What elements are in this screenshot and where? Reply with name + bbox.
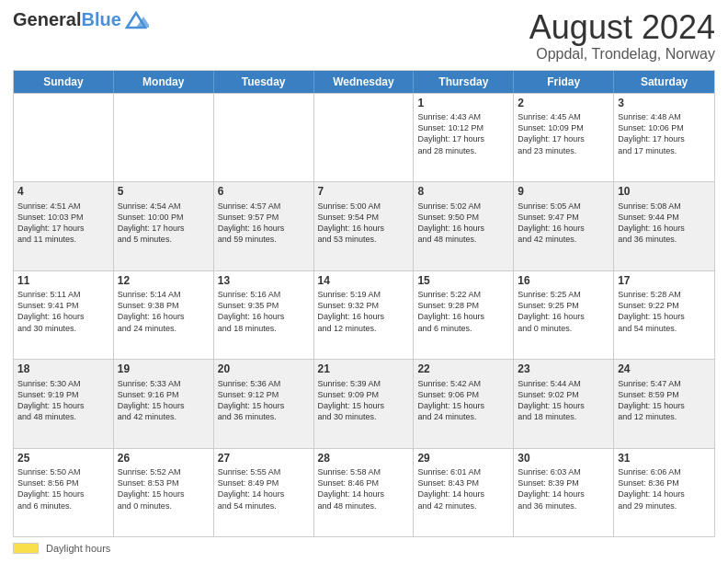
- day-cell-20: 20Sunrise: 5:36 AMSunset: 9:12 PMDayligh…: [214, 360, 314, 447]
- day-info: Sunrise: 5:05 AMSunset: 9:47 PMDaylight:…: [518, 201, 609, 246]
- calendar-body: 1Sunrise: 4:43 AMSunset: 10:12 PMDayligh…: [14, 93, 714, 536]
- day-cell-6: 6Sunrise: 4:57 AMSunset: 9:57 PMDaylight…: [214, 182, 314, 270]
- day-info: Sunrise: 5:16 AMSunset: 9:35 PMDaylight:…: [218, 289, 310, 334]
- day-number: 28: [318, 452, 410, 466]
- day-number: 5: [118, 185, 210, 200]
- calendar-row-2: 4Sunrise: 4:51 AMSunset: 10:03 PMDayligh…: [14, 181, 714, 270]
- main-title: August 2024: [529, 9, 715, 46]
- day-cell-14: 14Sunrise: 5:19 AMSunset: 9:32 PMDayligh…: [314, 271, 415, 359]
- day-info: Sunrise: 5:28 AMSunset: 9:22 PMDaylight:…: [618, 289, 711, 334]
- day-cell-5: 5Sunrise: 4:54 AMSunset: 10:00 PMDayligh…: [114, 182, 214, 270]
- header: GeneralBlue August 2024 Oppdal, Trondela…: [13, 9, 715, 63]
- day-info: Sunrise: 5:08 AMSunset: 9:44 PMDaylight:…: [618, 201, 711, 246]
- header-day-friday: Friday: [514, 71, 614, 93]
- day-cell-17: 17Sunrise: 5:28 AMSunset: 9:22 PMDayligh…: [614, 271, 714, 359]
- day-number: 7: [318, 185, 410, 200]
- day-number: 18: [17, 362, 109, 377]
- calendar-row-5: 25Sunrise: 5:50 AMSunset: 8:56 PMDayligh…: [14, 448, 714, 536]
- header-day-sunday: Sunday: [14, 71, 114, 93]
- day-info: Sunrise: 5:50 AMSunset: 8:56 PMDaylight:…: [17, 466, 109, 511]
- day-info: Sunrise: 4:45 AMSunset: 10:09 PMDaylight…: [518, 111, 609, 156]
- day-cell-29: 29Sunrise: 6:01 AMSunset: 8:43 PMDayligh…: [414, 449, 514, 536]
- day-info: Sunrise: 5:22 AMSunset: 9:28 PMDaylight:…: [417, 289, 509, 334]
- calendar-header: SundayMondayTuesdayWednesdayThursdayFrid…: [14, 71, 714, 93]
- day-info: Sunrise: 4:43 AMSunset: 10:12 PMDaylight…: [417, 111, 509, 156]
- day-cell-2: 2Sunrise: 4:45 AMSunset: 10:09 PMDayligh…: [514, 94, 614, 181]
- day-number: 26: [118, 452, 210, 466]
- day-number: 14: [318, 274, 410, 289]
- empty-cell: [114, 94, 214, 181]
- header-day-wednesday: Wednesday: [314, 71, 415, 93]
- day-cell-30: 30Sunrise: 6:03 AMSunset: 8:39 PMDayligh…: [514, 449, 614, 536]
- day-cell-7: 7Sunrise: 5:00 AMSunset: 9:54 PMDaylight…: [314, 182, 415, 270]
- day-number: 1: [417, 97, 509, 111]
- day-number: 19: [118, 362, 210, 377]
- day-info: Sunrise: 5:52 AMSunset: 8:53 PMDaylight:…: [118, 466, 210, 511]
- day-number: 11: [17, 274, 109, 289]
- day-number: 24: [618, 362, 711, 377]
- header-day-monday: Monday: [114, 71, 214, 93]
- day-number: 21: [318, 362, 410, 377]
- day-cell-21: 21Sunrise: 5:39 AMSunset: 9:09 PMDayligh…: [314, 360, 415, 447]
- day-info: Sunrise: 4:48 AMSunset: 10:06 PMDaylight…: [618, 111, 711, 156]
- day-cell-13: 13Sunrise: 5:16 AMSunset: 9:35 PMDayligh…: [214, 271, 314, 359]
- logo-general: GeneralBlue: [13, 9, 121, 30]
- day-number: 9: [518, 185, 609, 200]
- day-number: 30: [518, 452, 609, 466]
- svg-marker-1: [136, 17, 149, 28]
- day-info: Sunrise: 5:02 AMSunset: 9:50 PMDaylight:…: [417, 201, 509, 246]
- day-cell-8: 8Sunrise: 5:02 AMSunset: 9:50 PMDaylight…: [414, 182, 514, 270]
- day-info: Sunrise: 4:51 AMSunset: 10:03 PMDaylight…: [17, 201, 109, 246]
- day-cell-15: 15Sunrise: 5:22 AMSunset: 9:28 PMDayligh…: [414, 271, 514, 359]
- day-info: Sunrise: 6:03 AMSunset: 8:39 PMDaylight:…: [518, 466, 609, 511]
- day-number: 22: [417, 362, 509, 377]
- daylight-label: Daylight hours: [46, 543, 110, 554]
- day-number: 6: [218, 185, 310, 200]
- day-number: 2: [518, 97, 609, 111]
- day-cell-23: 23Sunrise: 5:44 AMSunset: 9:02 PMDayligh…: [514, 360, 614, 447]
- day-number: 10: [618, 185, 711, 200]
- day-number: 8: [417, 185, 509, 200]
- day-cell-28: 28Sunrise: 5:58 AMSunset: 8:46 PMDayligh…: [314, 449, 415, 536]
- day-info: Sunrise: 5:47 AMSunset: 8:59 PMDaylight:…: [618, 378, 711, 423]
- day-number: 27: [218, 452, 310, 466]
- day-info: Sunrise: 5:44 AMSunset: 9:02 PMDaylight:…: [518, 378, 609, 423]
- subtitle: Oppdal, Trondelag, Norway: [529, 46, 715, 63]
- day-cell-4: 4Sunrise: 4:51 AMSunset: 10:03 PMDayligh…: [14, 182, 114, 270]
- day-number: 29: [417, 452, 509, 466]
- day-cell-10: 10Sunrise: 5:08 AMSunset: 9:44 PMDayligh…: [614, 182, 714, 270]
- day-number: 4: [17, 185, 109, 200]
- title-block: August 2024 Oppdal, Trondelag, Norway: [529, 9, 715, 63]
- day-info: Sunrise: 6:01 AMSunset: 8:43 PMDaylight:…: [417, 466, 509, 511]
- day-number: 20: [218, 362, 310, 377]
- day-cell-3: 3Sunrise: 4:48 AMSunset: 10:06 PMDayligh…: [614, 94, 714, 181]
- day-cell-31: 31Sunrise: 6:06 AMSunset: 8:36 PMDayligh…: [614, 449, 714, 536]
- day-info: Sunrise: 4:54 AMSunset: 10:00 PMDaylight…: [118, 201, 210, 246]
- day-number: 16: [518, 274, 609, 289]
- day-cell-26: 26Sunrise: 5:52 AMSunset: 8:53 PMDayligh…: [114, 449, 214, 536]
- daylight-swatch: [13, 543, 39, 554]
- footer: Daylight hours: [13, 537, 715, 554]
- calendar-row-3: 11Sunrise: 5:11 AMSunset: 9:41 PMDayligh…: [14, 270, 714, 359]
- header-day-tuesday: Tuesday: [214, 71, 314, 93]
- day-cell-25: 25Sunrise: 5:50 AMSunset: 8:56 PMDayligh…: [14, 449, 114, 536]
- day-number: 15: [417, 274, 509, 289]
- page: GeneralBlue August 2024 Oppdal, Trondela…: [0, 0, 728, 563]
- day-info: Sunrise: 5:33 AMSunset: 9:16 PMDaylight:…: [118, 378, 210, 423]
- day-number: 3: [618, 97, 711, 111]
- day-info: Sunrise: 5:30 AMSunset: 9:19 PMDaylight:…: [17, 378, 109, 423]
- day-info: Sunrise: 5:25 AMSunset: 9:25 PMDaylight:…: [518, 289, 609, 334]
- day-cell-1: 1Sunrise: 4:43 AMSunset: 10:12 PMDayligh…: [414, 94, 514, 181]
- day-info: Sunrise: 5:00 AMSunset: 9:54 PMDaylight:…: [318, 201, 410, 246]
- day-cell-12: 12Sunrise: 5:14 AMSunset: 9:38 PMDayligh…: [114, 271, 214, 359]
- day-cell-16: 16Sunrise: 5:25 AMSunset: 9:25 PMDayligh…: [514, 271, 614, 359]
- day-info: Sunrise: 5:39 AMSunset: 9:09 PMDaylight:…: [318, 378, 410, 423]
- day-number: 31: [618, 452, 711, 466]
- header-day-thursday: Thursday: [414, 71, 514, 93]
- empty-cell: [214, 94, 314, 181]
- day-number: 17: [618, 274, 711, 289]
- day-info: Sunrise: 5:11 AMSunset: 9:41 PMDaylight:…: [17, 289, 109, 334]
- day-cell-18: 18Sunrise: 5:30 AMSunset: 9:19 PMDayligh…: [14, 360, 114, 447]
- empty-cell: [314, 94, 415, 181]
- calendar-row-1: 1Sunrise: 4:43 AMSunset: 10:12 PMDayligh…: [14, 93, 714, 181]
